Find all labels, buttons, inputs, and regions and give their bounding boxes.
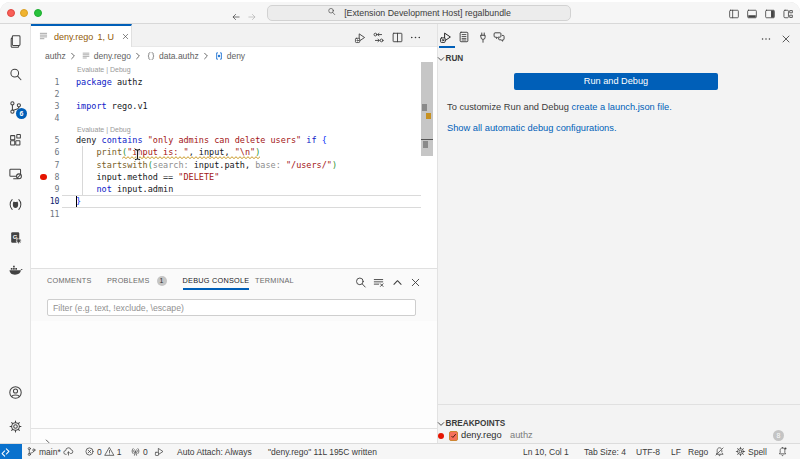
line-number-1: 1: [31, 76, 60, 88]
status-ports[interactable]: 0: [130, 444, 148, 459]
debug-console-repl[interactable]: [31, 428, 437, 444]
codelens-link-debug[interactable]: Debug: [110, 66, 131, 73]
codelens-link-evaluate[interactable]: Evaluate: [77, 66, 104, 73]
toggle-primary-sidebar-button[interactable]: [728, 6, 740, 18]
panel-tab-problems[interactable]: PROBLEMS1: [107, 269, 167, 293]
breadcrumb-authz[interactable]: authz: [45, 51, 66, 61]
text-cursor: [76, 196, 77, 207]
maximize-panel-button[interactable]: [391, 275, 404, 288]
codelens-link-debug[interactable]: Debug: [110, 126, 131, 133]
status-indentation[interactable]: Tab Size: 4: [584, 444, 626, 459]
split-editor-button[interactable]: [391, 30, 404, 43]
hint-prefix: To customize Run and Debug: [447, 102, 572, 112]
breakpoint-glyph[interactable]: [40, 174, 47, 181]
traffic-light-minimize[interactable]: [20, 9, 28, 17]
toggle-primary-sidebar-icon: [728, 8, 740, 20]
view-tab-ports[interactable]: [476, 30, 490, 44]
remote-indicator[interactable]: [0, 444, 22, 459]
run-or-debug-icon: [354, 31, 367, 44]
status-language-mode[interactable]: Rego: [688, 444, 708, 459]
run-or-debug-button[interactable]: [354, 30, 367, 43]
status-spell-checker[interactable]: Spell: [735, 444, 767, 459]
status-encoding[interactable]: UTF-8: [636, 444, 660, 459]
panel-tab-terminal[interactable]: TERMINAL: [255, 269, 294, 293]
breadcrumb-deny[interactable]: deny: [214, 51, 245, 61]
clear-console-button[interactable]: [372, 275, 385, 288]
breadcrumb-data-authz[interactable]: data.authz: [146, 51, 199, 61]
status-cursor-position[interactable]: Ln 10, Col 1: [523, 444, 569, 459]
traffic-light-close[interactable]: [7, 9, 15, 17]
run-section-header[interactable]: RUN: [438, 50, 800, 66]
breadcrumb-deny-rego[interactable]: deny.rego: [81, 51, 131, 61]
activity-item-extensions[interactable]: [8, 133, 23, 148]
debug-console-output[interactable]: [31, 321, 437, 428]
tab-deny-rego[interactable]: deny.rego1, U: [31, 24, 132, 47]
remote-explorer-icon: [8, 166, 23, 181]
braces-icon: [146, 51, 156, 61]
activity-item-accounts[interactable]: [8, 385, 23, 400]
toggle-panel-button[interactable]: [746, 6, 758, 18]
activity-item-explorer[interactable]: [8, 34, 23, 49]
open-changes-button[interactable]: [372, 30, 385, 43]
find-button[interactable]: [354, 275, 367, 288]
status-debug[interactable]: [154, 444, 165, 459]
status-notifications[interactable]: [777, 444, 788, 459]
bell-slash-icon: [714, 446, 725, 457]
code-line-7: startswith(search: input.path, base: "/u…: [76, 159, 337, 171]
codelens[interactable]: Evaluate | Debug: [77, 126, 131, 133]
customize-layout-button[interactable]: [782, 6, 794, 18]
show-all-configs-link[interactable]: Show all automatic debug configurations.: [447, 123, 617, 133]
code-editor[interactable]: Evaluate | Debug1package authz23import r…: [31, 62, 437, 268]
activity-item-container-tools[interactable]: G: [8, 230, 23, 245]
views-more-button[interactable]: [760, 31, 772, 43]
breakpoint-list-item[interactable]: deny.rego authz 8: [438, 429, 800, 443]
comments-icon: [492, 30, 506, 44]
status-branch[interactable]: main*: [26, 444, 61, 459]
status-notifications-muted[interactable]: [714, 444, 725, 459]
breadcrumb-label: deny: [227, 51, 245, 61]
status-ports-label: 0: [143, 447, 148, 457]
code-line-3: import rego.v1: [76, 100, 148, 112]
codelens-link-evaluate[interactable]: Evaluate: [77, 126, 104, 133]
create-launch-json-link[interactable]: create a launch.json file.: [572, 102, 672, 112]
navigate-back-icon: [231, 12, 241, 22]
panel-tab-debug-console[interactable]: DEBUG CONSOLE: [183, 269, 250, 293]
breakpoint-checkbox[interactable]: [449, 431, 459, 441]
accounts-icon: [8, 385, 23, 400]
code-line-8: input.method == "DELETE": [76, 171, 219, 183]
status-saved-message[interactable]: "deny.rego" 11L 195C written: [268, 444, 377, 459]
status-auto-attach[interactable]: Auto Attach: Always: [177, 444, 252, 459]
activity-bar: 6G: [0, 24, 31, 443]
activity-item-search[interactable]: [8, 67, 23, 82]
panel-tab-comments[interactable]: COMMENTS: [47, 269, 92, 293]
status-eol[interactable]: LF: [671, 444, 681, 459]
activity-item-settings[interactable]: [8, 419, 23, 434]
line-number-11: 11: [31, 208, 60, 220]
panel-tab-label: TERMINAL: [255, 276, 294, 285]
breadcrumb-label: deny.rego: [94, 51, 131, 61]
close-sidebar-button[interactable]: [780, 31, 792, 43]
traffic-light-zoom[interactable]: [34, 9, 42, 17]
tab-close-icon[interactable]: [121, 32, 130, 41]
breadcrumbs[interactable]: authzdeny.regodata.authzdeny: [31, 47, 437, 62]
debug-console-filter-input[interactable]: [47, 299, 416, 316]
codelens[interactable]: Evaluate | Debug: [77, 66, 131, 73]
status-problems[interactable]: 01: [84, 444, 121, 459]
activity-item-remote-explorer[interactable]: [8, 166, 23, 181]
toggle-secondary-sidebar-button[interactable]: [764, 6, 776, 18]
view-tab-run-and-debug[interactable]: [439, 30, 453, 44]
panel-tab-label: DEBUG CONSOLE: [183, 276, 250, 285]
view-tab-comments[interactable]: [492, 30, 506, 44]
status-sync[interactable]: [63, 444, 74, 459]
activity-item-opa[interactable]: [8, 197, 23, 212]
activity-item-source-control[interactable]: 6: [8, 100, 23, 115]
activity-item-docker[interactable]: [8, 262, 23, 277]
view-tab-output[interactable]: [457, 30, 471, 44]
command-center[interactable]: [Extension Development Host] regalbundle: [267, 5, 571, 21]
close-panel-button[interactable]: [409, 275, 422, 288]
more-actions-button[interactable]: [409, 30, 422, 43]
opa-icon: [8, 197, 23, 212]
ports-icon: [476, 30, 490, 44]
run-and-debug-button[interactable]: Run and Debug: [514, 73, 718, 90]
status-auto-attach-label: Auto Attach: Always: [177, 447, 252, 457]
